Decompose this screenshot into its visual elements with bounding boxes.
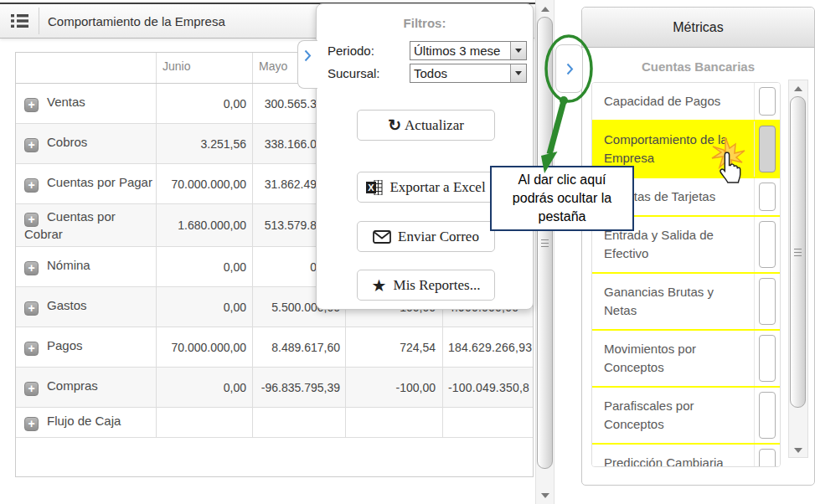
metric-checkbox[interactable]	[759, 221, 776, 268]
metric-item-label: Movimientos por Conceptos	[592, 331, 754, 386]
row-label: Gastos	[47, 298, 87, 312]
main-scrollbar[interactable]	[535, 0, 555, 504]
metric-checkbox[interactable]	[759, 392, 776, 439]
metric-item[interactable]: Predicción Cambiaria	[592, 445, 780, 467]
metric-checkbox[interactable]	[759, 126, 776, 172]
section-title: Cuentas Bancarias	[582, 59, 814, 74]
metric-item-label: Ganancias Brutas y Netas	[592, 274, 754, 329]
metric-checkbox[interactable]	[759, 183, 776, 211]
value-cell: 184.629.266,93	[442, 327, 534, 367]
metric-checkbox-wrap	[754, 388, 780, 443]
panel-scrollbar-thumb[interactable]	[790, 96, 806, 408]
my-reports-button[interactable]: ★ Mis Reportes...	[357, 270, 495, 301]
send-email-button[interactable]: Enviar Correo	[357, 221, 495, 252]
value-cell: -96.835.795,39	[252, 368, 345, 407]
value-cell	[345, 408, 442, 437]
row-label: Compras	[47, 378, 98, 393]
value-cell: 1.680.000,00	[156, 204, 252, 246]
expand-plus-icon[interactable]: +	[24, 98, 39, 112]
value-cell: 70.000.000,00	[156, 164, 252, 203]
row-label: Ventas	[47, 95, 85, 109]
page-title: Comportamiento de la Empresa	[48, 14, 225, 28]
metric-checkbox[interactable]	[759, 449, 776, 467]
filters-title: Filtros:	[317, 16, 533, 30]
metrics-panel: Métricas Cuentas Bancarias Capacidad de …	[581, 7, 815, 486]
panel-collapse-tab[interactable]	[555, 44, 583, 93]
metric-checkbox-wrap	[754, 121, 780, 177]
metric-item-label: Parafiscales por Conceptos	[592, 388, 754, 443]
expand-plus-icon[interactable]: +	[24, 261, 39, 275]
app-window: Comportamiento de la Empresa Junio Mayo …	[0, 0, 815, 504]
main-scrollbar-thumb[interactable]	[537, 17, 553, 469]
export-excel-button[interactable]: X Exportar a Excel	[357, 172, 495, 203]
periodo-label: Periodo:	[328, 44, 410, 58]
row-label-cell: +Cobros	[16, 130, 156, 157]
row-label-cell: +Pagos	[16, 333, 156, 361]
sucursal-label: Sucursal:	[328, 66, 410, 80]
expand-plus-icon[interactable]: +	[24, 382, 39, 396]
refresh-button[interactable]: ↻ Actualizar	[357, 110, 495, 141]
expand-plus-icon[interactable]: +	[24, 178, 39, 193]
panel-scrollbar[interactable]	[788, 80, 808, 458]
metrics-panel-title: Métricas	[582, 8, 814, 48]
value-cell: 0,00	[156, 368, 252, 407]
scroll-up-arrow-icon[interactable]	[536, 3, 554, 15]
value-cell: -100.049.350,8	[442, 368, 534, 407]
row-label-cell: +Cuentas por Cobrar	[16, 204, 156, 246]
metric-checkbox-wrap	[754, 83, 780, 120]
svg-text:X: X	[369, 183, 375, 193]
periodo-select[interactable]: Últimos 3 mese	[410, 41, 527, 60]
metric-item[interactable]: Movimientos por Conceptos	[592, 331, 780, 388]
scroll-up-arrow-icon[interactable]	[789, 83, 807, 95]
metric-checkbox-wrap	[754, 331, 780, 386]
refresh-icon: ↻	[388, 117, 401, 133]
row-label: Nómina	[47, 258, 90, 272]
expand-plus-icon[interactable]: +	[24, 213, 39, 227]
metric-checkbox-wrap	[754, 178, 780, 215]
expand-plus-icon[interactable]: +	[24, 301, 39, 316]
periodo-value: Últimos 3 mese	[410, 44, 510, 58]
row-label-cell: +Nómina	[16, 253, 156, 280]
header-divider	[39, 8, 39, 34]
filters-popup: Filtros: Periodo: Últimos 3 mese Sucursa…	[316, 3, 534, 310]
col-header-blank	[16, 62, 156, 74]
table-row: +Compras0,00-96.835.795,39-100,00-100.04…	[16, 368, 534, 408]
value-cell	[156, 408, 252, 437]
expand-plus-icon[interactable]: +	[24, 138, 39, 152]
list-menu-icon[interactable]	[11, 14, 28, 28]
metric-item[interactable]: Capacidad de Pagos	[592, 83, 780, 121]
row-label-cell: +Cuentas por Pagar	[16, 170, 156, 198]
row-label: Pagos	[47, 338, 83, 352]
envelope-icon	[373, 230, 391, 244]
metric-item[interactable]: Parafiscales por Conceptos	[592, 388, 780, 445]
row-label: Flujo de Caja	[47, 414, 121, 428]
dropdown-arrow-icon[interactable]	[510, 42, 526, 59]
table-row: +Flujo de Caja	[16, 408, 534, 438]
value-cell: 3.251,56	[156, 124, 252, 163]
metric-checkbox[interactable]	[759, 87, 776, 116]
row-label-cell: +Ventas	[16, 90, 156, 117]
star-icon: ★	[372, 277, 387, 294]
value-cell: 724,54	[345, 327, 442, 367]
metric-item-label: Predicción Cambiaria	[592, 445, 754, 467]
annotation-callout: Al dar clic aquí podrás ocultar la pesta…	[490, 166, 634, 231]
expand-plus-icon[interactable]: +	[24, 417, 39, 431]
row-label-cell: +Gastos	[16, 293, 156, 321]
chevron-right-icon	[304, 49, 312, 62]
expand-plus-icon[interactable]: +	[24, 342, 39, 356]
value-cell: 70.000.000,00	[156, 327, 252, 367]
row-label-cell: +Flujo de Caja	[16, 409, 156, 436]
dropdown-arrow-icon[interactable]	[510, 64, 526, 82]
excel-icon: X	[366, 180, 383, 195]
metric-item[interactable]: Ganancias Brutas y Netas	[592, 274, 780, 331]
metric-checkbox[interactable]	[759, 278, 776, 325]
scroll-down-arrow-icon[interactable]	[536, 490, 554, 501]
row-label: Cuentas por Pagar	[47, 175, 152, 189]
sucursal-select[interactable]: Todos	[410, 64, 527, 83]
metric-checkbox[interactable]	[759, 335, 776, 382]
scroll-down-arrow-icon[interactable]	[789, 445, 807, 456]
table-row: +Pagos70.000.000,008.489.617,60724,54184…	[16, 327, 534, 368]
value-cell: 0,00	[156, 287, 252, 327]
value-cell: 0,00	[156, 247, 252, 286]
filter-panel-collapse-tab[interactable]	[297, 40, 317, 89]
